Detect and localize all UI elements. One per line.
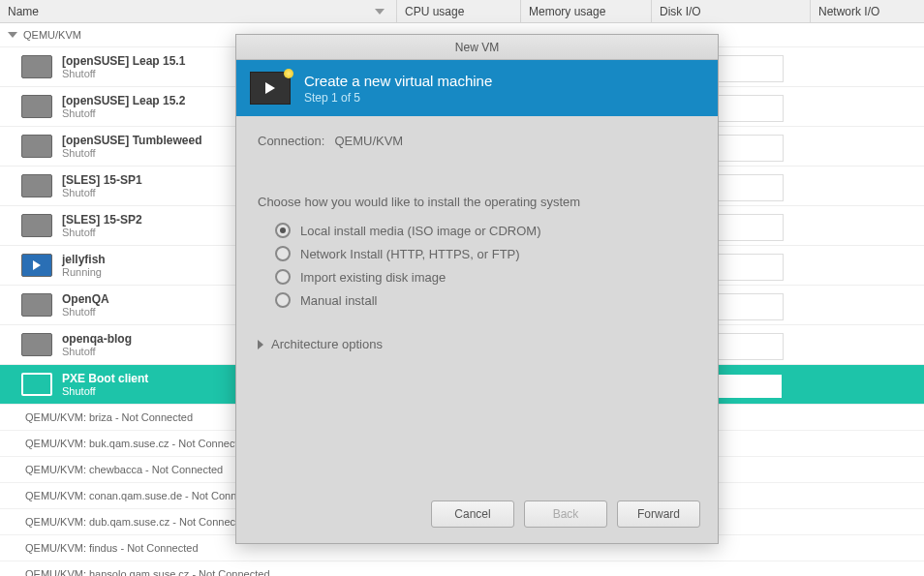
monitor-icon — [21, 135, 52, 158]
column-network[interactable]: Network I/O — [811, 0, 924, 22]
back-button: Back — [524, 500, 607, 528]
column-net-label: Network I/O — [818, 5, 879, 18]
back-button-label: Back — [553, 507, 579, 521]
monitor-icon — [21, 293, 52, 317]
cancel-button-label: Cancel — [454, 507, 490, 521]
install-option-radio[interactable]: Manual install — [275, 292, 696, 308]
column-name[interactable]: Name — [0, 0, 397, 22]
monitor-icon — [21, 373, 52, 396]
monitor-icon — [21, 333, 52, 356]
monitor-icon — [21, 254, 52, 277]
monitor-icon — [21, 95, 52, 118]
architecture-options-expander[interactable]: Architecture options — [258, 337, 696, 351]
radio-icon — [275, 223, 291, 238]
dialog-buttons: Cancel Back Forward — [431, 500, 700, 528]
install-option-radio[interactable]: Network Install (HTTP, HTTPS, or FTP) — [275, 246, 696, 261]
radio-icon — [275, 269, 291, 285]
chevron-right-icon — [258, 340, 263, 349]
column-disk-label: Disk I/O — [660, 5, 701, 18]
monitor-icon — [21, 214, 52, 237]
install-instruction: Choose how you would like to install the… — [258, 195, 696, 209]
cancel-button[interactable]: Cancel — [431, 500, 514, 528]
column-memory[interactable]: Memory usage — [521, 0, 652, 22]
monitor-play-icon — [250, 72, 291, 105]
radio-label: Network Install (HTTP, HTTPS, or FTP) — [300, 247, 520, 261]
connection-value: QEMU/KVM — [334, 134, 403, 148]
radio-icon — [275, 292, 291, 308]
forward-button-label: Forward — [637, 507, 680, 521]
connection-label: Connection: — [258, 134, 324, 148]
dialog-step: Step 1 of 5 — [304, 91, 492, 105]
install-option-radio[interactable]: Local install media (ISO image or CDROM) — [275, 223, 696, 238]
radio-icon — [275, 246, 291, 261]
radio-label: Manual install — [300, 293, 378, 308]
dialog-title: Create a new virtual machine — [304, 73, 492, 89]
dialog-window-title: New VM — [455, 41, 499, 54]
column-name-label: Name — [8, 5, 39, 18]
monitor-icon — [21, 55, 52, 78]
new-vm-dialog: New VM Create a new virtual machine Step… — [235, 34, 719, 544]
radio-label: Local install media (ISO image or CDROM) — [300, 224, 541, 238]
group-label: QEMU/KVM — [23, 29, 81, 41]
column-cpu[interactable]: CPU usage — [397, 0, 521, 22]
install-method-radio-group: Local install media (ISO image or CDROM)… — [275, 223, 696, 308]
dialog-titlebar[interactable]: New VM — [236, 35, 718, 60]
monitor-icon — [21, 174, 52, 197]
forward-button[interactable]: Forward — [617, 500, 700, 528]
dialog-body: Connection: QEMU/KVM Choose how you woul… — [236, 116, 718, 369]
sort-arrow-down-icon — [375, 9, 385, 15]
column-cpu-label: CPU usage — [405, 5, 464, 18]
connection-row[interactable]: QEMU/KVM: hansolo.qam.suse.cz - Not Conn… — [0, 561, 924, 576]
architecture-label: Architecture options — [271, 337, 383, 351]
new-star-icon — [284, 69, 293, 78]
column-mem-label: Memory usage — [529, 5, 605, 18]
radio-label: Import existing disk image — [300, 270, 446, 285]
expand-triangle-icon — [8, 32, 17, 38]
column-disk[interactable]: Disk I/O — [652, 0, 811, 22]
dialog-banner: Create a new virtual machine Step 1 of 5 — [236, 60, 718, 116]
install-option-radio[interactable]: Import existing disk image — [275, 269, 696, 285]
table-header: Name CPU usage Memory usage Disk I/O Net… — [0, 0, 924, 23]
